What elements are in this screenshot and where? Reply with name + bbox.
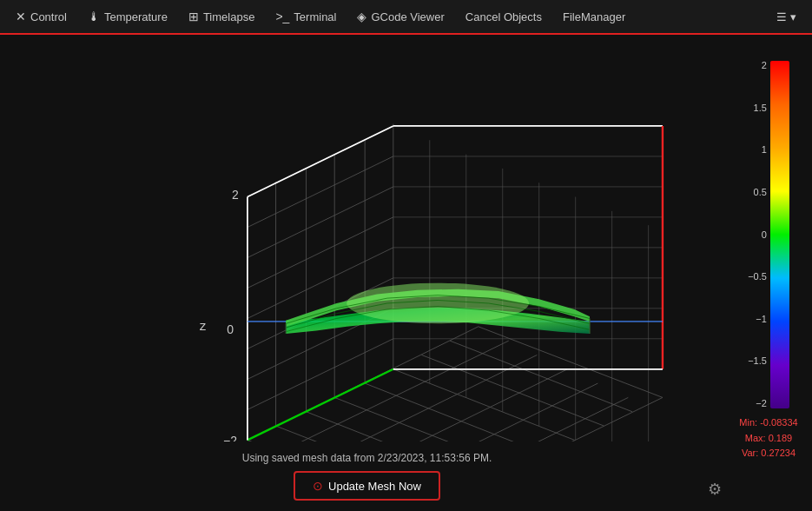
nav-file-manager[interactable]: FileManager [554,5,634,29]
nav-filemanager-label: FileManager [563,10,625,23]
mesh-info-text: Using saved mesh data from 2/23/2023, 11… [242,452,492,464]
terminal-icon: >_ [275,10,289,23]
mesh-visualization: z 2 0 −2 x 200 150 100 50 0 y 200 150 10… [0,35,734,511]
colorbar-labels: 2 1.5 1 0.5 0 −0.5 −1 −1.5 −2 [748,61,770,408]
nav-cancel-label: Cancel Objects [465,10,542,23]
colorbar-min: Min: -0.08334 [739,415,797,431]
nav-temperature[interactable]: 🌡 Temperature [79,4,176,29]
colorbar-label-0-5: 0.5 [754,188,767,197]
nav-menu-button[interactable]: ☰ ▾ [768,5,805,29]
gear-icon: ⚙ [708,481,722,498]
nav-control-label: Control [30,10,67,23]
nav-temperature-label: Temperature [104,10,168,23]
gear-settings-button[interactable]: ⚙ [704,476,725,502]
main-content: z 2 0 −2 x 200 150 100 50 0 y 200 150 10… [0,35,812,511]
navbar: ✕ Control 🌡 Temperature ⊞ Timelapse >_ T… [0,0,812,35]
colorbar-container: 2 1.5 1 0.5 0 −0.5 −1 −1.5 −2 [748,61,789,408]
warning-icon: ⊙ [313,479,323,493]
colorbar-max: Max: 0.189 [739,431,797,447]
control-icon: ✕ [16,10,26,23]
colorbar-label-1: 1 [762,145,767,155]
update-btn-label: Update Mesh Now [328,480,421,493]
colorbar-stats: Min: -0.08334 Max: 0.189 Var: 0.27234 [739,415,797,461]
svg-text:0: 0 [227,322,234,336]
nav-cancel-objects[interactable]: Cancel Objects [457,5,551,29]
colorbar-label-0: 0 [762,230,767,240]
colorbar-label-1-5: 1.5 [754,103,767,113]
plot-area: z 2 0 −2 x 200 150 100 50 0 y 200 150 10… [0,35,734,511]
bottom-bar: Using saved mesh data from 2/23/2023, 11… [0,441,734,511]
colorbar-var: Var: 0.27234 [739,446,797,461]
gcode-icon: ◈ [357,10,366,23]
colorbar-gradient-svg [770,61,789,408]
nav-terminal-label: Terminal [294,10,336,23]
colorbar-label-neg-1: −1 [756,315,767,324]
svg-text:2: 2 [232,188,239,202]
hamburger-icon: ☰ [776,10,787,23]
update-mesh-button[interactable]: ⊙ Update Mesh Now [294,471,440,501]
svg-point-73 [347,283,529,324]
nav-terminal[interactable]: >_ Terminal [267,4,345,29]
nav-timelapse-label: Timelapse [203,10,254,23]
colorbar-label-neg-1-5: −1.5 [748,356,767,366]
svg-rect-0 [12,35,721,511]
svg-rect-76 [770,61,789,408]
colorbar-label-neg-0-5: −0.5 [748,272,767,282]
colorbar-label-neg-2: −2 [756,399,767,408]
colorbar-label-2: 2 [762,61,767,70]
menu-chevron-icon: ▾ [790,10,796,23]
nav-control[interactable]: ✕ Control [7,4,76,29]
nav-timelapse[interactable]: ⊞ Timelapse [180,4,263,29]
temperature-icon: 🌡 [88,10,100,23]
nav-gcode-viewer[interactable]: ◈ GCode Viewer [348,4,452,29]
svg-text:z: z [200,318,207,333]
timelapse-icon: ⊞ [188,10,199,23]
nav-gcode-label: GCode Viewer [371,10,444,23]
colorbar-area: 2 1.5 1 0.5 0 −0.5 −1 −1.5 −2 [734,35,812,511]
